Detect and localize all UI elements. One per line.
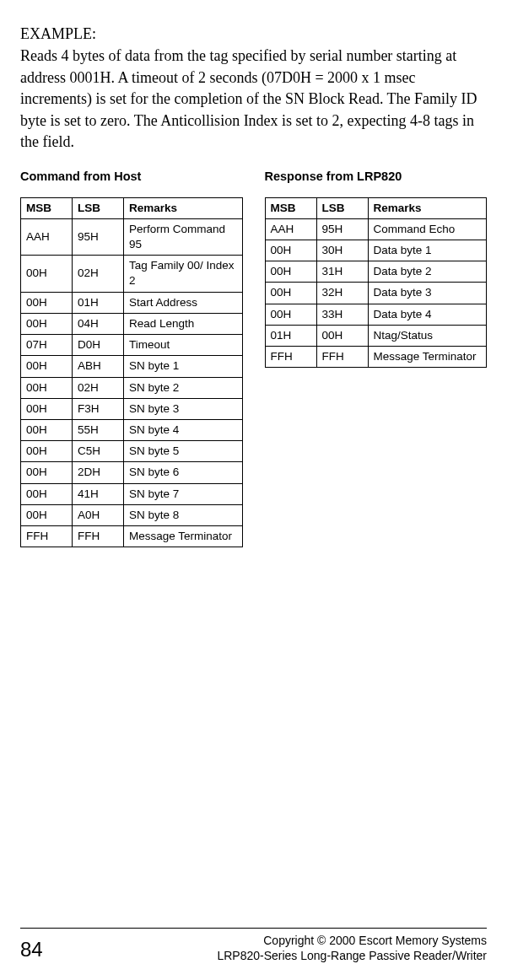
- table-row: 00H01HStart Address: [21, 292, 243, 313]
- cell-lsb: 04H: [73, 313, 124, 334]
- example-heading: EXAMPLE:: [20, 24, 487, 44]
- cell-msb: FFH: [265, 347, 316, 368]
- footer-line2: LRP820-Series Long-Range Passive Reader/…: [217, 949, 487, 964]
- header-msb: MSB: [265, 197, 316, 218]
- table-row: 00H30HData byte 1: [265, 240, 487, 261]
- cell-lsb: 55H: [73, 420, 124, 441]
- cell-remarks: Tag Family 00/ Index 2: [124, 256, 243, 292]
- cell-remarks: SN byte 5: [124, 441, 243, 462]
- table-row: 00HABHSN byte 1: [21, 356, 243, 377]
- cell-msb: 00H: [21, 356, 73, 377]
- table-row: 01H00HNtag/Status: [265, 325, 487, 346]
- footer-line1: Copyright © 2000 Escort Memory Systems: [217, 934, 487, 949]
- page-number: 84: [20, 936, 43, 963]
- cell-msb: 00H: [265, 240, 316, 261]
- cell-remarks: SN byte 2: [124, 377, 243, 398]
- cell-msb: 00H: [21, 420, 73, 441]
- cell-lsb: 32H: [316, 283, 368, 304]
- cell-lsb: FFH: [316, 347, 368, 368]
- cell-remarks: Command Echo: [368, 218, 487, 240]
- table-row: 00H31HData byte 2: [265, 261, 487, 283]
- cell-lsb: 95H: [73, 218, 124, 255]
- cell-msb: 00H: [21, 377, 73, 398]
- cell-msb: 00H: [21, 441, 73, 462]
- cell-msb: 00H: [21, 256, 73, 292]
- table-row: 00H02HTag Family 00/ Index 2: [21, 256, 243, 292]
- cell-lsb: FFH: [73, 526, 124, 547]
- cell-remarks: Read Length: [124, 313, 243, 334]
- cell-msb: 01H: [265, 325, 316, 346]
- cell-msb: 00H: [265, 283, 316, 304]
- cell-remarks: SN byte 6: [124, 462, 243, 483]
- header-lsb: LSB: [316, 197, 368, 218]
- cell-remarks: Data byte 3: [368, 283, 487, 304]
- cell-lsb: 31H: [316, 261, 368, 283]
- command-title: Command from Host: [20, 169, 243, 186]
- table-row: 00H32HData byte 3: [265, 283, 487, 304]
- cell-lsb: D0H: [73, 335, 124, 356]
- cell-remarks: Timeout: [124, 335, 243, 356]
- cell-remarks: Message Terminator: [368, 347, 487, 368]
- cell-lsb: A0H: [73, 504, 124, 525]
- cell-remarks: Data byte 2: [368, 261, 487, 283]
- table-row: 00H33HData byte 4: [265, 304, 487, 325]
- cell-lsb: 01H: [73, 292, 124, 313]
- cell-msb: 00H: [265, 261, 316, 283]
- cell-remarks: SN byte 3: [124, 398, 243, 419]
- header-remarks: Remarks: [124, 197, 243, 218]
- cell-msb: 00H: [265, 304, 316, 325]
- cell-msb: FFH: [21, 526, 73, 547]
- header-msb: MSB: [21, 197, 73, 218]
- table-row: 00H55HSN byte 4: [21, 420, 243, 441]
- table-header-row: MSB LSB Remarks: [21, 197, 243, 218]
- cell-lsb: 33H: [316, 304, 368, 325]
- table-row: 00H2DHSN byte 6: [21, 462, 243, 483]
- cell-msb: 00H: [21, 462, 73, 483]
- cell-lsb: ABH: [73, 356, 124, 377]
- response-block: Response from LRP820 MSB LSB Remarks AAH…: [265, 169, 488, 368]
- cell-lsb: 02H: [73, 256, 124, 292]
- tables-row: Command from Host MSB LSB Remarks AAH95H…: [20, 169, 487, 547]
- cell-lsb: 02H: [73, 377, 124, 398]
- cell-remarks: Start Address: [124, 292, 243, 313]
- cell-remarks: Message Terminator: [124, 526, 243, 547]
- table-row: 07HD0HTimeout: [21, 335, 243, 356]
- cell-lsb: 2DH: [73, 462, 124, 483]
- command-table: MSB LSB Remarks AAH95HPerform Command 95…: [20, 197, 243, 548]
- table-header-row: MSB LSB Remarks: [265, 197, 487, 218]
- header-remarks: Remarks: [368, 197, 487, 218]
- table-row: 00H04HRead Length: [21, 313, 243, 334]
- cell-lsb: C5H: [73, 441, 124, 462]
- command-block: Command from Host MSB LSB Remarks AAH95H…: [20, 169, 243, 547]
- cell-remarks: SN byte 8: [124, 504, 243, 525]
- cell-msb: 00H: [21, 504, 73, 525]
- cell-msb: 07H: [21, 335, 73, 356]
- cell-lsb: 30H: [316, 240, 368, 261]
- cell-remarks: Data byte 4: [368, 304, 487, 325]
- cell-msb: 00H: [21, 313, 73, 334]
- cell-lsb: F3H: [73, 398, 124, 419]
- table-row: 00H02HSN byte 2: [21, 377, 243, 398]
- table-row: 00HC5HSN byte 5: [21, 441, 243, 462]
- footer-text: Copyright © 2000 Escort Memory Systems L…: [217, 934, 487, 963]
- response-title: Response from LRP820: [265, 169, 488, 186]
- footer: 84 Copyright © 2000 Escort Memory System…: [20, 928, 487, 963]
- cell-lsb: 95H: [316, 218, 368, 240]
- cell-msb: 00H: [21, 292, 73, 313]
- example-body: Reads 4 bytes of data from the tag speci…: [20, 46, 487, 153]
- cell-remarks: SN byte 7: [124, 483, 243, 504]
- cell-msb: 00H: [21, 398, 73, 419]
- cell-msb: AAH: [265, 218, 316, 240]
- cell-remarks: Perform Command 95: [124, 218, 243, 255]
- cell-msb: 00H: [21, 483, 73, 504]
- table-row: FFHFFHMessage Terminator: [21, 526, 243, 547]
- cell-lsb: 41H: [73, 483, 124, 504]
- cell-lsb: 00H: [316, 325, 368, 346]
- cell-remarks: Ntag/Status: [368, 325, 487, 346]
- table-row: 00HA0HSN byte 8: [21, 504, 243, 525]
- table-row: AAH95HPerform Command 95: [21, 218, 243, 255]
- cell-remarks: SN byte 1: [124, 356, 243, 377]
- cell-remarks: SN byte 4: [124, 420, 243, 441]
- header-lsb: LSB: [73, 197, 124, 218]
- table-row: 00HF3HSN byte 3: [21, 398, 243, 419]
